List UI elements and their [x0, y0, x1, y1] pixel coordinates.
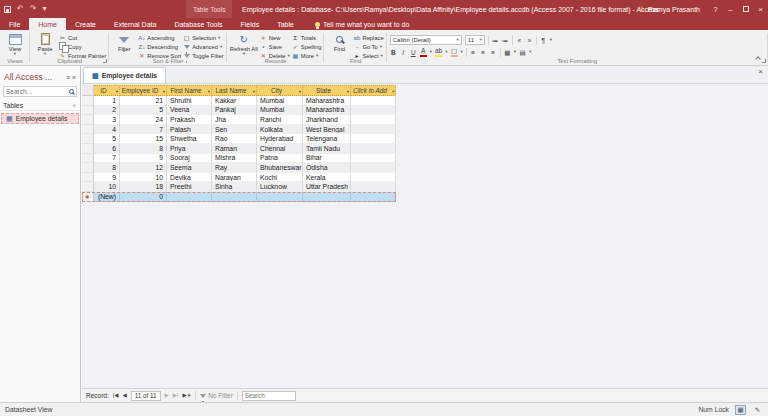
row-selector[interactable]	[82, 163, 94, 173]
row-selector[interactable]	[82, 115, 94, 125]
tab-create[interactable]: Create	[66, 18, 105, 30]
font-size-select[interactable]: 11▾	[465, 35, 485, 45]
tab-external-data[interactable]: External Data	[105, 18, 165, 30]
cell-id[interactable]: 1	[94, 96, 120, 106]
cell-first-name[interactable]	[167, 192, 212, 202]
replace-button[interactable]: abReplace	[353, 34, 383, 42]
column-header-employee-id[interactable]: Employee ID▾	[120, 85, 167, 96]
column-dropdown-icon[interactable]: ▾	[347, 89, 349, 94]
cell-id[interactable]: 6	[94, 144, 120, 154]
bold-button[interactable]: B	[390, 48, 397, 57]
cell-click-to-add[interactable]	[351, 144, 396, 154]
cell-click-to-add[interactable]	[351, 96, 396, 106]
cell-city[interactable]: Hyderabad	[257, 134, 303, 144]
record-search-box[interactable]	[242, 391, 296, 401]
font-color-button[interactable]: A	[420, 48, 427, 57]
cell-employee-id[interactable]: 15	[120, 134, 167, 144]
cell-state[interactable]: Bihar	[303, 154, 351, 164]
cell-click-to-add[interactable]	[351, 115, 396, 125]
row-selector[interactable]	[82, 173, 94, 183]
cell-click-to-add[interactable]	[351, 125, 396, 135]
tab-file[interactable]: File	[0, 18, 29, 30]
view-button[interactable]: View ▾	[3, 32, 27, 57]
next-record-button[interactable]: ▶	[165, 393, 169, 399]
cell-city[interactable]: Mumbai	[257, 106, 303, 116]
row-selector[interactable]	[82, 134, 94, 144]
new-record-button[interactable]: ∗New	[260, 34, 290, 42]
ascending-button[interactable]: A↓Ascending	[138, 34, 181, 42]
nav-menu-icon[interactable]: ≡	[66, 74, 70, 81]
nav-pane-title[interactable]: All Access ... ≡ «	[0, 66, 80, 84]
numbering-icon[interactable]: ≔	[492, 36, 499, 45]
cell-city[interactable]: Kolkata	[257, 125, 303, 135]
align-left-icon[interactable]: ≡	[470, 48, 477, 57]
document-tab-employee-details[interactable]: ▦ Employee details	[83, 67, 166, 83]
cell-employee-id[interactable]: 0	[120, 192, 167, 202]
cell-click-to-add[interactable]	[351, 163, 396, 173]
tab-table[interactable]: Table	[268, 18, 303, 30]
new-record-row[interactable]: ∗ (New) 0	[82, 192, 396, 202]
tab-fields[interactable]: Fields	[232, 18, 269, 30]
cell-employee-id[interactable]: 18	[120, 182, 167, 192]
new-blank-record-button[interactable]: ▶∗	[182, 393, 191, 399]
indent-decrease-icon[interactable]: «	[516, 36, 523, 45]
gridlines-icon[interactable]: ▦	[504, 48, 511, 57]
cell-employee-id[interactable]: 21	[120, 96, 167, 106]
cell-state[interactable]	[303, 192, 351, 202]
align-center-icon[interactable]: ≡	[480, 48, 487, 57]
cell-first-name[interactable]: Sooraj	[167, 154, 212, 164]
column-dropdown-icon[interactable]: ▾	[208, 89, 210, 94]
record-position-box[interactable]: 11 of 11	[131, 391, 161, 401]
column-dropdown-icon[interactable]: ▾	[392, 89, 394, 94]
cell-id[interactable]: 5	[94, 134, 120, 144]
minimize-button[interactable]: –	[723, 0, 738, 18]
cell-last-name[interactable]: Mishra	[212, 154, 257, 164]
cell-employee-id[interactable]: 9	[120, 154, 167, 164]
underline-button[interactable]: U	[410, 48, 417, 57]
spelling-button[interactable]: ✓Spelling	[292, 43, 322, 51]
select-all-corner[interactable]	[82, 85, 94, 96]
column-header-state[interactable]: State▾	[303, 85, 351, 96]
cell-last-name[interactable]: Ray	[212, 163, 257, 173]
cell-id[interactable]: 2	[94, 106, 120, 116]
find-button[interactable]: Find	[327, 32, 351, 52]
row-selector[interactable]	[82, 125, 94, 135]
cell-first-name[interactable]: Shruthi	[167, 96, 212, 106]
cell-employee-id[interactable]: 7	[120, 125, 167, 135]
column-dropdown-icon[interactable]: ▾	[299, 89, 301, 94]
column-header-first-name[interactable]: First Name▾	[167, 85, 212, 96]
cell-state[interactable]: Telengana	[303, 134, 351, 144]
alt-row-color-icon[interactable]: ▤	[519, 48, 526, 57]
cell-employee-id[interactable]: 8	[120, 144, 167, 154]
cell-click-to-add[interactable]	[351, 192, 396, 202]
cell-first-name[interactable]: Palash	[167, 125, 212, 135]
row-selector[interactable]	[82, 106, 94, 116]
cell-city[interactable]: Bhubaneswar	[257, 163, 303, 173]
cell-state[interactable]: Uttar Pradesh	[303, 182, 351, 192]
cell-city[interactable]	[257, 192, 303, 202]
paragraph-marks-icon[interactable]: ¶	[540, 36, 547, 45]
tell-me-box[interactable]: Tell me what you want to do	[307, 18, 417, 30]
cell-click-to-add[interactable]	[351, 106, 396, 116]
font-name-select[interactable]: Calibri (Detail)▾	[390, 35, 462, 45]
cell-id[interactable]: (New)	[94, 192, 120, 202]
nav-item-employee-details[interactable]: ▦ Employee details	[1, 113, 79, 124]
previous-record-button[interactable]: ◀	[122, 393, 126, 399]
cell-city[interactable]: Kochi	[257, 173, 303, 183]
nav-group-tables[interactable]: Tables ˄	[0, 100, 80, 111]
italic-button[interactable]: I	[400, 48, 407, 57]
refresh-all-button[interactable]: ↻ Refresh All ▾	[230, 32, 258, 57]
cell-state[interactable]: West Bengal	[303, 125, 351, 135]
cell-city[interactable]: Lucknow	[257, 182, 303, 192]
document-close-button[interactable]: ×	[758, 68, 763, 76]
goto-button[interactable]: →Go To▾	[353, 43, 383, 51]
cell-last-name[interactable]: Narayan	[212, 173, 257, 183]
cell-click-to-add[interactable]	[351, 154, 396, 164]
column-header-id[interactable]: ID▾	[94, 85, 120, 96]
cell-last-name[interactable]: Kakkar	[212, 96, 257, 106]
redo-icon[interactable]: ↷	[30, 5, 37, 13]
cell-click-to-add[interactable]	[351, 173, 396, 183]
dialog-launcher-icon[interactable]	[762, 59, 766, 63]
cell-last-name[interactable]: Rao	[212, 134, 257, 144]
record-search-input[interactable]	[243, 392, 295, 399]
